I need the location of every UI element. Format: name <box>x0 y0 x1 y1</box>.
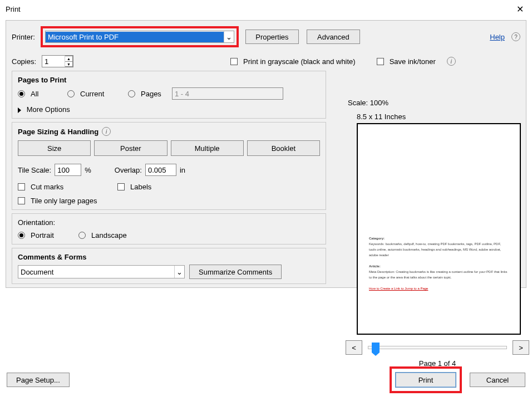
sizing-title: Page Sizing & Handling <box>18 128 98 136</box>
percent-label: % <box>85 166 91 174</box>
spin-up-icon[interactable]: ▲ <box>65 56 73 61</box>
info-icon[interactable]: i <box>447 57 456 66</box>
orientation-section: Orientation: Portrait Landscape <box>12 213 326 244</box>
close-icon[interactable]: ✕ <box>513 2 526 16</box>
radio-pages[interactable] <box>128 90 135 97</box>
page-setup-button[interactable]: Page Setup... <box>7 373 70 387</box>
overlap-label: Overlap: <box>115 166 142 174</box>
labels-checkbox[interactable] <box>117 183 125 190</box>
pages-range-input[interactable]: 1 - 4 <box>172 87 283 100</box>
cancel-button[interactable]: Cancel <box>470 373 525 387</box>
summarize-button[interactable]: Summarize Comments <box>189 265 282 279</box>
preview-content: Category: Keywords: bookmarks, deftpdf, … <box>369 236 509 291</box>
copies-label: Copies: <box>12 57 36 66</box>
slider-thumb[interactable] <box>372 343 380 353</box>
comments-value: Document <box>18 267 174 277</box>
print-preview: Category: Keywords: bookmarks, deftpdf, … <box>357 123 521 335</box>
help-icon[interactable]: ? <box>511 32 520 41</box>
window-title: Print <box>6 5 21 13</box>
saveink-label: Save ink/toner <box>390 57 436 66</box>
tileonly-label: Tile only large pages <box>31 197 97 205</box>
page-slider[interactable] <box>368 346 507 349</box>
info-icon[interactable]: i <box>102 127 111 136</box>
tilescale-label: Tile Scale: <box>18 166 51 174</box>
chevron-down-icon[interactable]: ⌄ <box>224 31 234 42</box>
landscape-label: Landscape <box>91 231 127 239</box>
comments-select[interactable]: Document ⌄ <box>18 265 185 278</box>
radio-portrait[interactable] <box>18 232 25 239</box>
highlight-print: Print <box>390 366 462 393</box>
prev-page-button[interactable]: < <box>346 340 362 355</box>
advanced-button[interactable]: Advanced <box>307 30 360 44</box>
print-button[interactable]: Print <box>395 372 456 388</box>
tileonly-checkbox[interactable] <box>18 197 25 204</box>
radio-all[interactable] <box>18 90 25 97</box>
cutmarks-label: Cut marks <box>31 183 114 191</box>
comments-title: Comments & Forms <box>18 253 320 261</box>
comments-section: Comments & Forms Document ⌄ Summarize Co… <box>12 248 326 284</box>
printer-label: Printer: <box>12 33 35 41</box>
overlap-unit: in <box>180 166 185 174</box>
grayscale-checkbox[interactable] <box>230 58 238 65</box>
radio-landscape[interactable] <box>78 232 86 239</box>
printer-select[interactable]: Microsoft Print to PDF ⌄ <box>45 31 234 43</box>
saveink-checkbox[interactable] <box>377 58 384 65</box>
orientation-title: Orientation: <box>18 218 320 227</box>
radio-all-label: All <box>31 90 64 98</box>
printer-value: Microsoft Print to PDF <box>46 32 224 42</box>
size-button[interactable]: Size <box>18 140 91 156</box>
radio-current-label: Current <box>80 90 125 98</box>
help-link[interactable]: Help <box>490 33 505 41</box>
expand-icon[interactable] <box>18 107 21 113</box>
spin-down-icon[interactable]: ▼ <box>65 61 73 67</box>
highlight-printer: Microsoft Print to PDF ⌄ <box>41 26 239 47</box>
chevron-down-icon[interactable]: ⌄ <box>174 266 184 278</box>
next-page-button[interactable]: > <box>513 340 529 355</box>
copies-stepper[interactable]: ▲ ▼ <box>42 55 73 67</box>
sizing-section: Page Sizing & Handling i Size Poster Mul… <box>12 122 326 210</box>
pages-title: Pages to Print <box>18 76 320 84</box>
scale-label: Scale: 100% <box>348 99 529 107</box>
properties-button[interactable]: Properties <box>245 30 299 44</box>
copies-input[interactable] <box>42 56 65 67</box>
more-options[interactable]: More Options <box>27 105 70 114</box>
labels-label: Labels <box>130 183 151 191</box>
multiple-button[interactable]: Multiple <box>171 140 244 156</box>
overlap-input[interactable]: 0.005 <box>145 164 176 176</box>
pagesize-label: 8.5 x 11 Inches <box>357 113 529 121</box>
cutmarks-checkbox[interactable] <box>18 183 25 190</box>
poster-button[interactable]: Poster <box>94 140 167 156</box>
grayscale-label: Print in grayscale (black and white) <box>243 57 356 66</box>
radio-current[interactable] <box>67 90 75 97</box>
radio-pages-label: Pages <box>141 90 169 98</box>
pages-to-print-section: Pages to Print All Current Pages 1 - 4 M… <box>12 71 326 119</box>
tilescale-input[interactable]: 100 <box>55 164 81 176</box>
booklet-button[interactable]: Booklet <box>247 140 320 156</box>
portrait-label: Portrait <box>31 231 75 239</box>
